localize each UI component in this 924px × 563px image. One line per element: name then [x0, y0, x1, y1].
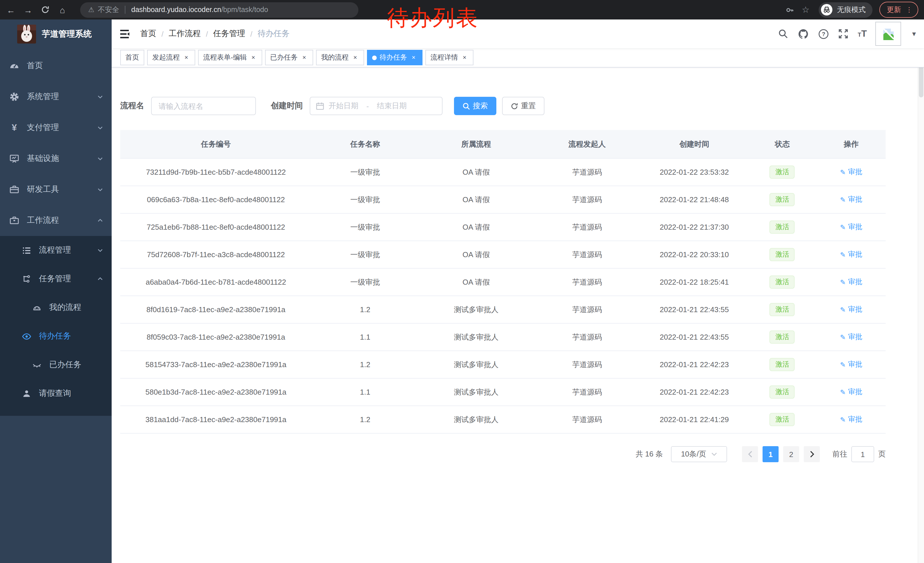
svg-text:?: ? — [822, 31, 825, 37]
sidebar-item-task-mgmt[interactable]: 任务管理 — [0, 264, 112, 293]
update-button[interactable]: 更新 ⋮ — [879, 2, 918, 18]
font-size-icon[interactable]: TT — [858, 29, 867, 38]
reset-button[interactable]: 重置 — [502, 97, 544, 115]
tab-close-icon[interactable]: × — [300, 54, 308, 61]
tab-close-icon[interactable]: × — [461, 54, 468, 61]
url-bar[interactable]: ⚠ 不安全 dashboard.yudao.iocoder.cn/bpm/tas… — [80, 2, 358, 18]
goto-page-input[interactable] — [851, 446, 874, 462]
browser-reload-icon[interactable] — [37, 6, 54, 14]
avatar-caret-icon[interactable]: ▼ — [911, 30, 917, 37]
sidebar-item-devtools[interactable]: 研发工具 — [0, 174, 112, 205]
github-icon[interactable] — [798, 28, 809, 39]
cell-create-time: 2022-01-22 20:33:10 — [640, 241, 748, 268]
tab-close-icon[interactable]: × — [410, 54, 417, 61]
approve-label: 审批 — [848, 222, 862, 232]
goto-suffix: 页 — [878, 449, 886, 459]
tab-todo-task[interactable]: 待办任务× — [367, 50, 423, 65]
tab-close-icon[interactable]: × — [351, 54, 359, 61]
browser-back-icon[interactable]: ← — [2, 5, 20, 15]
page-button-1[interactable]: 1 — [762, 446, 778, 462]
process-name-label: 流程名 — [120, 101, 144, 111]
process-name-input[interactable] — [151, 97, 256, 115]
breadcrumb-home[interactable]: 首页 — [140, 29, 156, 39]
browser-home-icon[interactable]: ⌂ — [54, 5, 71, 15]
tab-start-process[interactable]: 发起流程× — [147, 50, 195, 65]
cell-process: 测试多审批人 — [419, 378, 534, 406]
cell-create-time: 2022-01-22 21:48:48 — [640, 186, 748, 213]
approve-link[interactable]: ✎审批 — [840, 360, 862, 369]
status-badge: 激活 — [770, 386, 795, 399]
tab-close-icon[interactable]: × — [183, 54, 190, 61]
tab-done-task[interactable]: 已办任务× — [265, 50, 313, 65]
approve-link[interactable]: ✎审批 — [840, 415, 862, 424]
workflow-submenu: 流程管理 任务管理 我的流程 — [0, 236, 112, 416]
chrome-menu-icon[interactable]: ⋮ — [906, 6, 912, 14]
date-range-picker[interactable]: 开始日期 - 结束日期 — [310, 97, 442, 115]
sidebar-item-label: 请假查询 — [39, 388, 71, 399]
sidebar-item-label: 已办任务 — [49, 360, 81, 370]
bookmark-star-icon[interactable]: ☆ — [802, 5, 810, 15]
status-badge: 激活 — [770, 248, 795, 261]
tab-close-icon[interactable]: × — [250, 54, 257, 61]
approve-link[interactable]: ✎审批 — [840, 387, 862, 397]
sidebar-item-process-mgmt[interactable]: 流程管理 — [0, 236, 112, 264]
yen-icon: ¥ — [9, 123, 20, 133]
create-time-label: 创建时间 — [271, 101, 303, 111]
page-scrollbar[interactable] — [918, 20, 924, 563]
approve-link[interactable]: ✎审批 — [840, 250, 862, 260]
goto-label: 前往 — [832, 449, 847, 459]
breadcrumb-task-mgmt[interactable]: 任务管理 — [213, 29, 245, 39]
sidebar-collapse-icon[interactable] — [120, 29, 131, 39]
cell-task-id: 381aa1dd-7ac8-11ec-a9e2-a2380e71991a — [120, 406, 312, 433]
sidebar-item-system[interactable]: 系统管理 — [0, 81, 112, 112]
tab-my-process[interactable]: 我的流程× — [316, 50, 364, 65]
approve-link[interactable]: ✎审批 — [840, 222, 862, 232]
flow-tree-icon — [22, 274, 32, 284]
help-question-icon[interactable]: ? — [818, 28, 829, 39]
cell-task-name: 1.2 — [312, 351, 419, 378]
prev-page-button[interactable] — [742, 446, 758, 462]
fullscreen-icon[interactable] — [837, 28, 849, 39]
approve-link[interactable]: ✎审批 — [840, 277, 862, 287]
end-date-placeholder: 结束日期 — [377, 101, 407, 111]
sidebar-item-label: 首页 — [27, 61, 43, 71]
approve-link[interactable]: ✎审批 — [840, 305, 862, 314]
sidebar-item-infra[interactable]: 基础设施 — [0, 143, 112, 174]
sidebar-item-payment[interactable]: ¥ 支付管理 — [0, 112, 112, 143]
sidebar-item-label: 基础设施 — [27, 153, 59, 164]
cell-process: 测试多审批人 — [419, 406, 534, 433]
approve-link[interactable]: ✎审批 — [840, 332, 862, 342]
url-divider — [125, 6, 126, 14]
cell-process: 测试多审批人 — [419, 296, 534, 323]
sidebar-item-todo-task[interactable]: 待办任务 — [0, 322, 112, 350]
cell-create-time: 2022-01-22 18:25:41 — [640, 268, 748, 296]
sidebar-item-leave-query[interactable]: 请假查询 — [0, 379, 112, 408]
approve-label: 审批 — [848, 277, 862, 287]
approve-link[interactable]: ✎审批 — [840, 167, 862, 177]
breadcrumb-workflow[interactable]: 工作流程 — [169, 29, 201, 39]
cell-task-id: 75d72608-7b7f-11ec-a3c8-acde48001122 — [120, 241, 312, 268]
sidebar-item-done-task[interactable]: 已办任务 — [0, 350, 112, 379]
search-button[interactable]: 搜索 — [454, 97, 496, 115]
page-button-2[interactable]: 2 — [783, 446, 799, 462]
sidebar-item-my-process[interactable]: 我的流程 — [0, 293, 112, 322]
tab-home[interactable]: 首页 — [120, 50, 144, 65]
tab-form-edit[interactable]: 流程表单-编辑× — [198, 50, 262, 65]
browser-forward-icon[interactable]: → — [20, 5, 37, 15]
table-row: 725a1eb6-7b88-11ec-8ef0-acde48001122 一级审… — [120, 213, 886, 241]
col-process: 所属流程 — [419, 130, 534, 158]
table-row: 58154733-7ac8-11ec-a9e2-a2380e71991a 1.2… — [120, 351, 886, 378]
approve-link[interactable]: ✎审批 — [840, 195, 862, 204]
next-page-button[interactable] — [804, 446, 820, 462]
sidebar-item-workflow[interactable]: 工作流程 — [0, 205, 112, 236]
tab-label: 流程表单-编辑 — [203, 53, 247, 62]
start-date-placeholder: 开始日期 — [328, 101, 358, 111]
tab-process-detail[interactable]: 流程详情× — [425, 50, 474, 65]
page-size-select[interactable]: 10条/页 — [671, 446, 727, 462]
search-icon[interactable] — [777, 28, 789, 39]
app-logo[interactable]: 芋道管理系统 — [0, 20, 112, 48]
avatar[interactable] — [875, 22, 901, 46]
approve-label: 审批 — [848, 387, 862, 397]
password-key-icon[interactable] — [785, 6, 794, 14]
sidebar-item-home[interactable]: 首页 — [0, 50, 112, 81]
